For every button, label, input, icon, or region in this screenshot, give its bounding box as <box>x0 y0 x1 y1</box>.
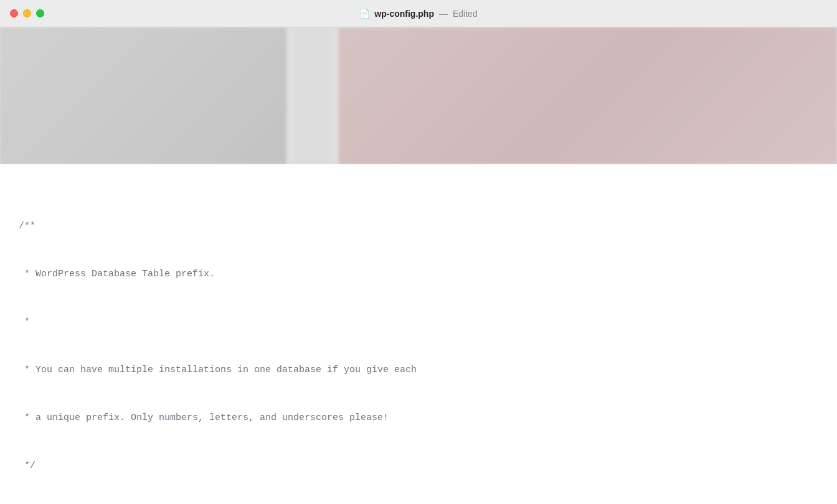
window-title: 📄 wp-config.php — Edited <box>359 9 477 19</box>
code-line: * <box>0 314 837 330</box>
traffic-lights <box>10 9 44 17</box>
close-button[interactable] <box>10 9 18 17</box>
filename: wp-config.php <box>374 9 434 19</box>
titlebar: 📄 wp-config.php — Edited <box>0 0 837 27</box>
blur-right <box>339 27 837 164</box>
edit-status: Edited <box>453 9 478 19</box>
minimize-button[interactable] <box>23 9 31 17</box>
blurred-section <box>0 27 837 164</box>
code-line: /** <box>0 218 837 235</box>
file-icon: 📄 <box>359 9 369 19</box>
code-section[interactable]: /** * WordPress Database Table prefix. *… <box>0 164 837 504</box>
maximize-button[interactable] <box>36 9 44 17</box>
blur-left <box>0 27 286 164</box>
title-separator: — <box>439 9 448 19</box>
code-line: * You can have multiple installations in… <box>0 362 837 378</box>
code-block: /** * WordPress Database Table prefix. *… <box>0 164 837 504</box>
code-line: * a unique prefix. Only numbers, letters… <box>0 410 837 426</box>
editor[interactable]: /** * WordPress Database Table prefix. *… <box>0 27 837 504</box>
blur-middle <box>294 27 331 164</box>
code-line: * WordPress Database Table prefix. <box>0 266 837 282</box>
code-line: */ <box>0 458 837 474</box>
